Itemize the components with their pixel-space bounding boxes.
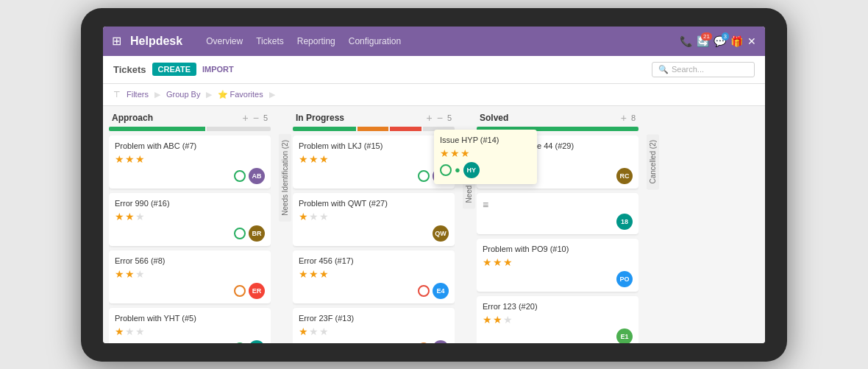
card-title: Problem with ABC (#7) bbox=[115, 141, 265, 150]
groupby-button[interactable]: Group By bbox=[166, 90, 200, 99]
status-circle[interactable] bbox=[418, 170, 430, 182]
col-title-approach: Approach bbox=[112, 113, 153, 123]
col-count-inprogress: 5 bbox=[447, 113, 452, 122]
card-456-17[interactable]: Error 456 (#17) ★ ★ ★ E4 bbox=[293, 250, 455, 303]
filters-button[interactable]: Filters bbox=[127, 90, 149, 99]
card-footer: E4 bbox=[299, 283, 449, 299]
star-1: ★ bbox=[299, 268, 308, 280]
card-lkj15[interactable]: Problem with LKJ (#15) ★ ★ ★ LK bbox=[293, 136, 455, 189]
col-header-inprogress: In Progress + − 5 bbox=[293, 112, 455, 127]
brand-name: Helpdesk bbox=[130, 35, 182, 48]
progress-approach bbox=[109, 127, 271, 131]
card-footer: BR bbox=[115, 225, 265, 242]
card-23f-13[interactable]: Error 23F (#13) ★ ★ ★ EF bbox=[293, 308, 455, 343]
popup-card-hyp14[interactable]: Issue HYP (#14) ★ ★ ★ ● HY bbox=[434, 130, 537, 184]
search-icon: 🔍 bbox=[658, 65, 669, 74]
pb-gray bbox=[207, 127, 271, 131]
status-circle[interactable] bbox=[234, 342, 246, 343]
card-footer: EF bbox=[299, 340, 449, 343]
card-e990[interactable]: Error 990 (#16) ★ ★ ★ BR bbox=[109, 193, 271, 246]
filterbar: ⊤ Filters ▶ Group By ▶ ⭐ Favorites ▶ bbox=[103, 84, 765, 106]
card-title: Error 123 (#20) bbox=[483, 302, 633, 311]
col-actions-approach: + − 5 bbox=[243, 112, 268, 124]
popup-check-icon: ● bbox=[455, 164, 460, 175]
star-3: ★ bbox=[319, 153, 329, 165]
pb-orange bbox=[357, 127, 389, 131]
import-button[interactable]: IMPORT bbox=[202, 65, 234, 74]
star-1: ★ bbox=[440, 147, 449, 159]
topbar-actions: 📞 🔄 21 💬 3 🎁 ✕ bbox=[680, 35, 756, 47]
status-circle[interactable] bbox=[418, 342, 430, 343]
card-footer: PO bbox=[483, 271, 633, 287]
pb-green bbox=[293, 127, 356, 131]
col-add-solved[interactable]: + bbox=[621, 112, 627, 124]
star-3-empty: ★ bbox=[135, 326, 145, 337]
vertical-col-cancelled: Cancelled (2) bbox=[644, 112, 661, 343]
nav-reporting[interactable]: Reporting bbox=[291, 33, 341, 49]
chat-badge[interactable]: 💬 3 bbox=[714, 35, 726, 47]
card-footer: LK bbox=[299, 168, 449, 184]
nav-configuration[interactable]: Configuration bbox=[343, 33, 407, 49]
search-box[interactable]: 🔍 Search... bbox=[652, 62, 755, 77]
col-count-solved: 8 bbox=[631, 113, 636, 122]
star-1: ★ bbox=[483, 256, 492, 268]
status-circle[interactable] bbox=[234, 170, 246, 182]
gift-icon[interactable]: 🎁 bbox=[730, 35, 743, 47]
star-2: ★ bbox=[125, 268, 135, 280]
refresh-badge[interactable]: 🔄 21 bbox=[697, 35, 709, 47]
col-fold-approach[interactable]: − bbox=[253, 112, 259, 124]
kanban-col-approach: Approach + − 5 Problem with ABC (# bbox=[109, 112, 271, 343]
card-footer: ER bbox=[115, 283, 265, 299]
avatar: YH bbox=[249, 340, 265, 343]
col-add-inprogress[interactable]: + bbox=[427, 112, 433, 124]
star-3-empty: ★ bbox=[319, 326, 329, 337]
card-po9-10[interactable]: Problem with PO9 (#10) ★ ★ ★ PO bbox=[477, 239, 638, 292]
star-3: ★ bbox=[460, 147, 470, 159]
vertical-col-needs: Needs Identification (2) bbox=[277, 112, 293, 343]
nav-overview[interactable]: Overview bbox=[200, 33, 249, 49]
subheader: Tickets CREATE IMPORT 🔍 Search... bbox=[103, 56, 765, 84]
cards-approach: Problem with ABC (#7) ★ ★ ★ AB bbox=[109, 136, 271, 343]
star-1: ★ bbox=[299, 153, 308, 165]
star-2-empty: ★ bbox=[125, 326, 135, 337]
card-stars: ★ ★ ★ bbox=[299, 326, 449, 337]
col-fold-inprogress[interactable]: − bbox=[437, 112, 443, 124]
star-3: ★ bbox=[135, 153, 145, 165]
avatar: E1 bbox=[616, 328, 633, 343]
grid-icon[interactable]: ⊞ bbox=[112, 34, 121, 48]
avatar: PO bbox=[616, 271, 633, 287]
card-abc7[interactable]: Problem with ABC (#7) ★ ★ ★ AB bbox=[109, 136, 271, 189]
avatar: ER bbox=[249, 283, 265, 299]
vertical-label-needs[interactable]: Needs Identification (2) bbox=[279, 134, 291, 222]
card-footer: QW bbox=[299, 225, 449, 242]
main-content: Tickets CREATE IMPORT 🔍 Search... ⊤ Filt… bbox=[103, 56, 765, 343]
star-2: ★ bbox=[125, 211, 135, 222]
popup-footer: ● HY bbox=[440, 162, 531, 178]
star-3-empty: ★ bbox=[135, 268, 145, 280]
card-title: Error 566 (#8) bbox=[115, 256, 265, 265]
card-yht5[interactable]: Problem with YHT (#5) ★ ★ ★ YH bbox=[109, 308, 271, 343]
col-add-approach[interactable]: + bbox=[243, 112, 249, 124]
status-circle[interactable] bbox=[234, 285, 246, 297]
popup-status-circle[interactable] bbox=[440, 164, 452, 176]
card-title: ≡ bbox=[483, 199, 633, 211]
pb-green bbox=[109, 127, 205, 131]
card-e123-20[interactable]: Error 123 (#20) ★ ★ ★ E1 bbox=[477, 296, 638, 343]
status-circle[interactable] bbox=[234, 228, 246, 239]
close-icon[interactable]: ✕ bbox=[747, 35, 756, 47]
nav-tickets[interactable]: Tickets bbox=[250, 33, 290, 49]
favorites-button[interactable]: ⭐ Favorites bbox=[218, 90, 263, 99]
avatar: AB bbox=[249, 168, 265, 184]
popup-title: Issue HYP (#14) bbox=[440, 136, 531, 144]
vertical-label-cancelled[interactable]: Cancelled (2) bbox=[647, 134, 659, 189]
phone-icon[interactable]: 📞 bbox=[680, 35, 692, 47]
star-1: ★ bbox=[115, 153, 124, 165]
create-button[interactable]: CREATE bbox=[152, 63, 196, 76]
card-stars: ★ ★ ★ bbox=[115, 268, 265, 280]
col-actions-solved: + 8 bbox=[621, 112, 636, 124]
card-e566[interactable]: Error 566 (#8) ★ ★ ★ ER bbox=[109, 250, 271, 303]
card-qwt27[interactable]: Problem with QWT (#27) ★ ★ ★ QW bbox=[293, 193, 455, 246]
card-stars: ★ ★ ★ bbox=[299, 153, 449, 165]
card-18[interactable]: ≡ 18 bbox=[477, 193, 638, 234]
status-circle[interactable] bbox=[418, 285, 430, 297]
